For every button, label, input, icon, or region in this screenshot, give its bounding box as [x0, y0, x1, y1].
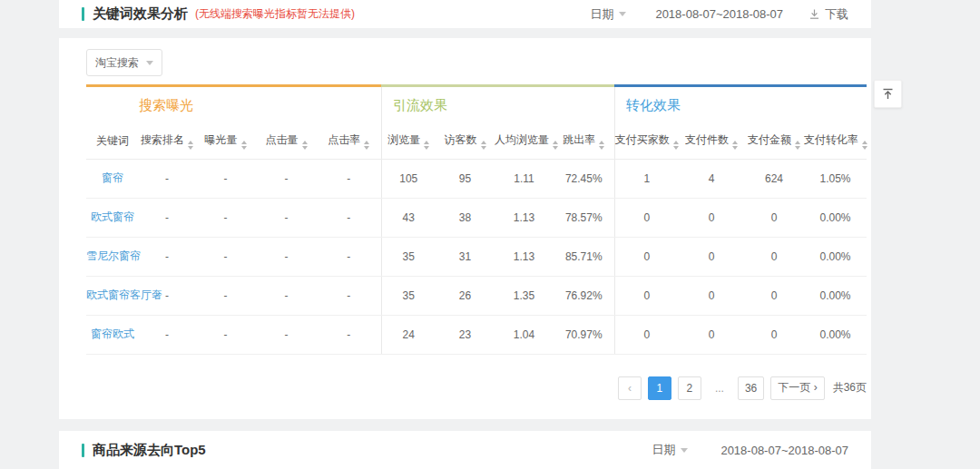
next-page-button[interactable]: 下一页 › [770, 376, 824, 400]
column-header-keyword: 关键词 [86, 124, 139, 159]
sort-icon[interactable] [732, 141, 738, 150]
metric-value: - [195, 198, 256, 237]
chevron-down-icon [619, 12, 626, 16]
page-button[interactable]: 1 [648, 376, 671, 400]
metric-value: 1.13 [495, 198, 554, 237]
section-label: 搜索曝光 [86, 87, 381, 124]
chevron-down-icon [681, 448, 688, 453]
column-header[interactable]: 访客数 [436, 124, 495, 159]
section-label: 引流效果 [381, 87, 614, 124]
page-button[interactable]: 2 [678, 376, 701, 400]
sort-icon[interactable] [302, 141, 308, 150]
metric-value: 0 [679, 237, 744, 276]
keyword-analysis-header: 关键词效果分析 (无线端搜索曝光指标暂无法提供) 日期 2018-08-07~2… [59, 0, 871, 28]
column-header[interactable]: 搜索排名 [139, 124, 195, 159]
metric-value: - [317, 315, 381, 354]
total-pages-text: 共36页 [833, 380, 867, 396]
column-header-label: 浏览量 [387, 133, 420, 146]
metric-value: - [139, 198, 195, 237]
prev-page-button[interactable]: ‹ [618, 376, 642, 400]
metric-value: 95 [436, 159, 495, 198]
column-header[interactable]: 曝光量 [195, 124, 256, 159]
page-ellipsis: ... [708, 376, 731, 400]
metric-value: 72.45% [554, 159, 614, 198]
date-dropdown-label: 日期 [590, 6, 613, 23]
metric-value: 85.71% [554, 237, 614, 276]
column-header-label: 点击率 [328, 133, 360, 146]
back-to-top-button[interactable] [874, 80, 902, 108]
column-header[interactable]: 跳出率 [554, 124, 614, 159]
metrics-table-zone: 搜索曝光引流效果转化效果 关键词搜索排名曝光量点击量点击率浏览量访客数人均浏览量… [86, 84, 867, 400]
metric-value: 38 [436, 198, 495, 237]
metric-value: - [139, 315, 195, 354]
download-button[interactable]: 下载 [808, 6, 848, 23]
column-header[interactable]: 浏览量 [381, 124, 436, 159]
column-header-label: 访客数 [445, 133, 477, 146]
metric-value: 76.92% [554, 276, 614, 315]
keyword-link[interactable]: 窗帘欧式 [86, 315, 139, 354]
metric-value: 24 [381, 315, 436, 354]
channel-select[interactable]: 淘宝搜索 [86, 49, 162, 76]
metric-value: 1.05% [804, 159, 867, 198]
download-icon [808, 8, 820, 20]
keyword-link[interactable]: 欧式窗帘客厅奢 [86, 276, 139, 315]
column-header[interactable]: 支付件数 [679, 124, 744, 159]
metric-value: 0 [614, 198, 679, 237]
sort-icon[interactable] [424, 141, 429, 150]
date-dropdown[interactable]: 日期 [590, 6, 626, 23]
metric-value: 0 [614, 237, 679, 276]
keyword-link[interactable]: 欧式窗帘 [86, 198, 139, 237]
column-header[interactable]: 支付转化率 [804, 124, 867, 159]
column-header[interactable]: 点击量 [256, 124, 317, 159]
column-header-label: 点击量 [266, 133, 299, 146]
metric-value: 70.97% [554, 315, 614, 354]
column-header-label: 曝光量 [205, 133, 238, 146]
date-range-value: 2018-08-07~2018-08-07 [655, 7, 783, 21]
metric-value: 0 [744, 315, 804, 354]
metric-value: - [139, 159, 195, 198]
keyword-link[interactable]: 窗帘 [86, 159, 139, 198]
metric-value: - [317, 198, 381, 237]
keyword-metrics-table: 关键词搜索排名曝光量点击量点击率浏览量访客数人均浏览量跳出率支付买家数支付件数支… [86, 124, 867, 355]
table-row: 雪尼尔窗帘----35311.1385.71%0000.00% [86, 237, 867, 276]
sort-icon[interactable] [364, 141, 369, 150]
metric-value: - [195, 315, 256, 354]
metric-value: 624 [744, 159, 804, 198]
column-header[interactable]: 人均浏览量 [495, 124, 554, 159]
metric-value: - [256, 237, 317, 276]
metric-value: 4 [679, 159, 744, 198]
page-button[interactable]: 36 [738, 376, 764, 400]
metric-value: 1 [614, 159, 679, 198]
column-header-label: 支付件数 [685, 133, 729, 146]
sort-icon[interactable] [795, 141, 800, 150]
keyword-link[interactable]: 雪尼尔窗帘 [86, 237, 139, 276]
metric-value: 35 [381, 237, 436, 276]
sort-icon[interactable] [862, 141, 867, 150]
download-label: 下载 [825, 6, 848, 23]
column-header[interactable]: 支付买家数 [614, 124, 679, 159]
metric-value: 1.04 [495, 315, 554, 354]
metric-value: 1.35 [495, 276, 554, 315]
back-to-top-icon [881, 87, 895, 101]
metric-value: - [317, 237, 381, 276]
sort-icon[interactable] [481, 141, 486, 150]
metric-value: 105 [381, 159, 436, 198]
sort-icon[interactable] [553, 141, 558, 150]
column-header-label: 跳出率 [563, 133, 595, 146]
section-labels-row: 搜索曝光引流效果转化效果 [86, 87, 867, 124]
column-header[interactable]: 支付金额 [744, 124, 804, 159]
title-note: (无线端搜索曝光指标暂无法提供) [195, 6, 355, 22]
column-header[interactable]: 点击率 [317, 124, 381, 159]
sort-icon[interactable] [241, 141, 247, 150]
sort-icon[interactable] [599, 141, 604, 150]
sort-icon[interactable] [673, 141, 679, 150]
page-title: 关键词效果分析 [93, 5, 188, 23]
column-header-label: 人均浏览量 [495, 133, 549, 146]
date-dropdown-label: 日期 [652, 442, 675, 458]
sort-icon[interactable] [188, 141, 193, 150]
pagination: ‹12...36下一页 ›共36页 [86, 376, 867, 400]
metric-value: 78.57% [554, 198, 614, 237]
metric-value: 0 [744, 276, 804, 315]
date-dropdown[interactable]: 日期 [652, 442, 688, 458]
column-header-label: 搜索排名 [141, 133, 184, 146]
